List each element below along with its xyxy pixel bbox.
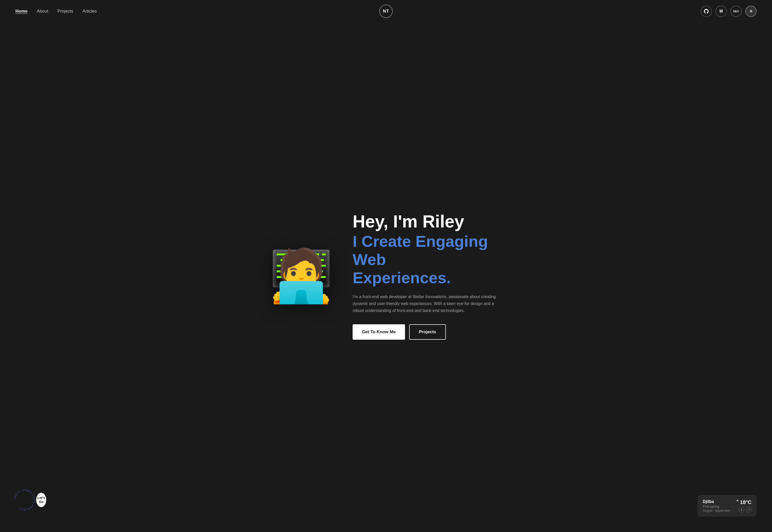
hero-buttons: Get To Know Me Projects — [353, 324, 512, 340]
weather-icon-2: ↗ — [746, 507, 751, 512]
weather-icon-1: ℹ — [739, 507, 744, 512]
svg-text:TODAY START YOUR PROJECT: TODAY START YOUR PROJECT — [13, 489, 35, 511]
sun-icon: ☀ — [749, 8, 753, 14]
weather-info: Djilba First spring August - September. — [703, 499, 731, 512]
nav-projects[interactable]: Projects — [58, 9, 73, 14]
navbar: Home About Projects Articles NT M DEV ☀ — [0, 0, 772, 23]
circular-badge[interactable]: TODAY START YOUR PROJECT Let's Go — [13, 483, 46, 517]
medium-icon-btn[interactable]: M — [715, 6, 727, 17]
hero-avatar: 🧑‍💻 — [260, 250, 342, 301]
hero-section: 🧑‍💻 Hey, I'm Riley I Create Engaging Web… — [0, 23, 772, 529]
hero-subtitle: I Create Engaging Web Experiences. — [353, 232, 512, 287]
weather-dates: August - September. — [703, 509, 731, 512]
badge-center-button[interactable]: Let's Go — [36, 493, 46, 507]
weather-city: Djilba — [703, 499, 731, 504]
hero-content: Hey, I'm Riley I Create Engaging Web Exp… — [353, 212, 512, 340]
nav-articles[interactable]: Articles — [82, 9, 97, 14]
weather-temp-area: ˄ 18°C ℹ ↗ — [736, 499, 751, 512]
nav-home[interactable]: Home — [15, 9, 27, 14]
theme-toggle-btn[interactable]: ☀ — [745, 6, 757, 17]
nav-about[interactable]: About — [37, 9, 48, 14]
github-icon-btn[interactable] — [701, 6, 712, 17]
medium-icon: M — [719, 9, 723, 14]
dev-icon: DEV — [733, 10, 739, 13]
weather-icons: ℹ ↗ — [739, 507, 751, 512]
get-to-know-me-button[interactable]: Get To Know Me — [353, 324, 405, 340]
hero-description: I'm a front-end web developer at Stellar… — [353, 293, 496, 314]
projects-button[interactable]: Projects — [409, 324, 446, 340]
weather-widget: Djilba First spring August - September. … — [698, 495, 757, 517]
github-icon — [703, 8, 709, 14]
avatar-emoji: 🧑‍💻 — [269, 250, 333, 301]
nav-logo[interactable]: NT — [379, 5, 393, 18]
circular-text-svg: TODAY START YOUR PROJECT — [13, 483, 36, 517]
nav-icons: M DEV ☀ — [701, 6, 757, 17]
nav-links: Home About Projects Articles — [15, 9, 97, 14]
weather-temperature: ˄ 18°C — [736, 499, 751, 505]
hero-title: Hey, I'm Riley — [353, 212, 512, 231]
dev-icon-btn[interactable]: DEV — [730, 6, 742, 17]
weather-season: First spring — [703, 505, 731, 508]
